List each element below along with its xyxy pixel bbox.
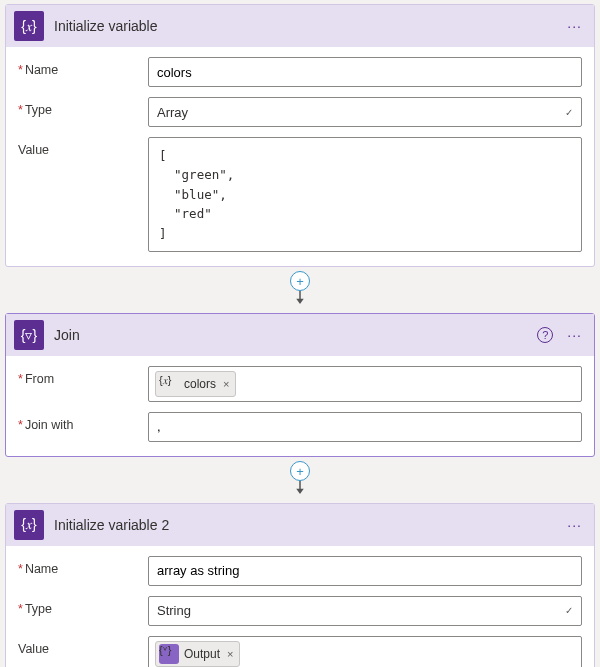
arrow-down-icon [291, 290, 309, 308]
join-icon: {▿} [14, 320, 44, 350]
more-menu-icon[interactable]: ··· [563, 16, 586, 36]
connector: + [0, 461, 600, 499]
field-label: Value [18, 137, 138, 157]
add-step-button[interactable]: + [290, 461, 310, 481]
output-icon: {ᵛ} [159, 644, 179, 664]
field-label: *Name [18, 556, 138, 576]
token-remove-icon[interactable]: × [225, 648, 233, 660]
field-label: *Type [18, 596, 138, 616]
card-body: *From {𝑥} colors × *Join with [6, 356, 594, 456]
field-joinwith: *Join with [18, 412, 582, 442]
joinwith-input[interactable] [148, 412, 582, 442]
chevron-down-icon: ✓ [565, 605, 573, 616]
field-label: *Join with [18, 412, 138, 432]
card-join: {▿} Join ? ··· *From {𝑥} colors × *Join … [5, 313, 595, 457]
connector: + [0, 271, 600, 309]
field-from: *From {𝑥} colors × [18, 366, 582, 402]
token-output[interactable]: {ᵛ} Output × [155, 641, 240, 667]
variable-icon: {𝑥} [14, 11, 44, 41]
card-header[interactable]: {𝑥} Initialize variable ··· [6, 5, 594, 47]
arrow-down-icon [291, 480, 309, 498]
help-icon[interactable]: ? [537, 327, 553, 343]
token-label: colors [184, 377, 216, 391]
field-value: Value [ "green", "blue", "red" ] [18, 137, 582, 252]
card-header[interactable]: {𝑥} Initialize variable 2 ··· [6, 504, 594, 546]
field-type: *Type Array ✓ [18, 97, 582, 127]
field-name: *Name [18, 57, 582, 87]
value-input[interactable]: {ᵛ} Output × [148, 636, 582, 667]
token-label: Output [184, 647, 220, 661]
card-header[interactable]: {▿} Join ? ··· [6, 314, 594, 356]
add-step-button[interactable]: + [290, 271, 310, 291]
select-current-value: String [157, 603, 191, 618]
name-input[interactable] [148, 57, 582, 87]
type-select[interactable]: String ✓ [148, 596, 582, 626]
field-label: *Name [18, 57, 138, 77]
chevron-down-icon: ✓ [565, 107, 573, 118]
from-input[interactable]: {𝑥} colors × [148, 366, 582, 402]
field-label: *From [18, 366, 138, 386]
card-body: *Name *Type String ✓ Value {ᵛ} Output [6, 546, 594, 667]
name-input[interactable] [148, 556, 582, 586]
card-body: *Name *Type Array ✓ Value [ "green", "bl… [6, 47, 594, 266]
more-menu-icon[interactable]: ··· [563, 325, 586, 345]
card-title: Initialize variable [54, 18, 553, 34]
field-name: *Name [18, 556, 582, 586]
card-initialize-variable: {𝑥} Initialize variable ··· *Name *Type … [5, 4, 595, 267]
field-type: *Type String ✓ [18, 596, 582, 626]
card-title: Join [54, 327, 527, 343]
field-label: Value [18, 636, 138, 656]
value-textarea[interactable]: [ "green", "blue", "red" ] [148, 137, 582, 252]
select-current-value: Array [157, 105, 188, 120]
more-menu-icon[interactable]: ··· [563, 515, 586, 535]
token-remove-icon[interactable]: × [221, 378, 229, 390]
card-initialize-variable-2: {𝑥} Initialize variable 2 ··· *Name *Typ… [5, 503, 595, 667]
field-label: *Type [18, 97, 138, 117]
variable-icon: {𝑥} [14, 510, 44, 540]
variable-icon: {𝑥} [159, 374, 179, 394]
card-title: Initialize variable 2 [54, 517, 553, 533]
field-value: Value {ᵛ} Output × [18, 636, 582, 667]
token-colors[interactable]: {𝑥} colors × [155, 371, 236, 397]
type-select[interactable]: Array ✓ [148, 97, 582, 127]
